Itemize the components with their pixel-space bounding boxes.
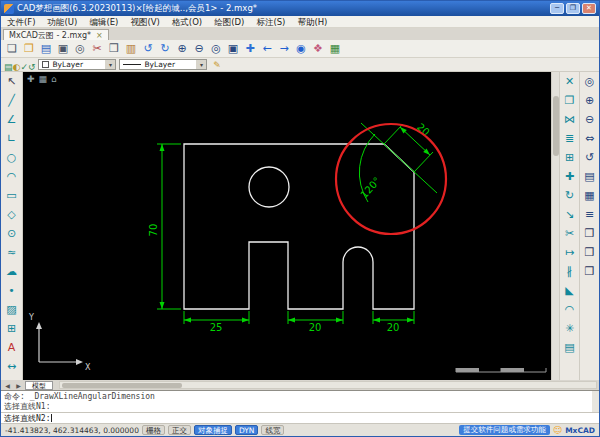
vertical-scrollbar-thumb[interactable] (553, 96, 559, 156)
table-icon[interactable]: ▦ (327, 41, 343, 57)
preview-icon[interactable]: ◎ (72, 41, 88, 57)
menu-dimension[interactable]: 标注(S) (250, 16, 291, 28)
tab-next-icon[interactable]: ▶ (14, 382, 23, 389)
part-outline[interactable] (184, 144, 414, 309)
menu-function[interactable]: 功能(U) (42, 16, 84, 28)
horizontal-scrollbar[interactable] (59, 381, 597, 389)
xline-tool-icon[interactable]: ∠ (2, 110, 21, 129)
save-icon[interactable]: ▤ (38, 41, 54, 57)
ucs-icon[interactable]: ≡ (580, 205, 599, 224)
menu-draw[interactable]: 绘图(D) (208, 16, 250, 28)
horizontal-scrollbar-thumb[interactable] (62, 383, 182, 388)
menu-file[interactable]: 文件(F) (1, 16, 42, 28)
linetype-dropdown[interactable]: ByLayer ▾ (119, 59, 207, 70)
rectangle-tool-icon[interactable]: ▭ (2, 186, 21, 205)
extend-icon[interactable]: ↦ (560, 243, 579, 262)
color-dropdown[interactable]: ByLayer ▾ (38, 59, 116, 70)
back-icon[interactable]: ← (259, 41, 275, 57)
orbit-icon[interactable]: ↺ (580, 148, 599, 167)
explode-icon[interactable]: ✳ (560, 319, 579, 338)
point-tool-icon[interactable]: • (2, 281, 21, 300)
ellipse-tool-icon[interactable]: ⊙ (2, 224, 21, 243)
pan-view-icon[interactable]: ⇔ (580, 129, 599, 148)
zoom-window-icon[interactable]: ▣ (225, 41, 241, 57)
zoom-in-view-icon[interactable]: ⊕ (580, 91, 599, 110)
feedback-button[interactable]: 提交软件问题或需求功能 (459, 425, 550, 435)
rotate-icon[interactable]: ↻ (560, 186, 579, 205)
hatch-tool-icon[interactable]: ▨ (2, 300, 21, 319)
menu-view[interactable]: 视图(V) (124, 16, 165, 28)
line-tool-icon[interactable]: ╱ (2, 91, 21, 110)
fillet-icon[interactable]: ◠ (560, 300, 579, 319)
home-nav-icon[interactable]: ⌂ (51, 74, 57, 84)
close-button[interactable]: ✕ (582, 3, 596, 14)
pointer-tool-icon[interactable]: ↖ (2, 72, 21, 91)
layer-current-icon[interactable]: ✓ (20, 62, 28, 72)
undo-icon[interactable]: ↺ (140, 41, 156, 57)
redraw-icon[interactable]: ◎ (580, 72, 599, 91)
move-icon[interactable]: ✚ (560, 167, 579, 186)
layer-manager-icon[interactable]: ▤ (4, 62, 13, 72)
document-tab[interactable]: MxCAD云图 - 2.mxg* × (3, 29, 109, 40)
ortho-toggle[interactable]: 正交 (168, 425, 191, 435)
menu-edit[interactable]: 编辑(E) (83, 16, 124, 28)
copy-icon[interactable]: ❒ (106, 41, 122, 57)
trim-icon[interactable]: ✂ (560, 224, 579, 243)
polygon-tool-icon[interactable]: ◇ (2, 205, 21, 224)
block-tool-icon[interactable]: ⊞ (2, 319, 21, 338)
minimize-button[interactable]: ─ (550, 3, 564, 14)
forward-icon[interactable]: → (276, 41, 292, 57)
hole-circle[interactable] (249, 167, 289, 207)
grid-toggle[interactable]: 栅格 (142, 425, 165, 435)
copy-obj-icon[interactable]: ❐ (560, 91, 579, 110)
maximize-button[interactable]: ❐ (566, 3, 580, 14)
tab-close-icon[interactable]: × (96, 31, 103, 40)
drawing-canvas[interactable]: 70 20 120° 25 20 20 (23, 72, 551, 380)
spline-tool-icon[interactable]: ≈ (2, 243, 21, 262)
mirror-icon[interactable]: ⋈ (560, 110, 579, 129)
print-icon[interactable]: ▣ (55, 41, 71, 57)
break-icon[interactable]: ∦ (560, 262, 579, 281)
arc-tool-icon[interactable]: ◠ (2, 167, 21, 186)
zoom-out-view-icon[interactable]: ⊖ (580, 110, 599, 129)
named-views-icon[interactable]: ▤ (580, 167, 599, 186)
command-input[interactable]: 选择直线N2: (1, 412, 599, 423)
zoom-in-icon[interactable]: ⊕ (174, 41, 190, 57)
view-cube-sw-icon[interactable]: ❒ (580, 243, 599, 262)
grid-nav-icon[interactable]: ▦ (39, 74, 48, 84)
redo-icon[interactable]: ↻ (157, 41, 173, 57)
scale-icon[interactable]: ↘ (560, 205, 579, 224)
cut-icon[interactable]: ✂ (89, 41, 105, 57)
erase-icon[interactable]: ✕ (560, 72, 579, 91)
command-scrollbar[interactable] (592, 391, 599, 412)
globe-icon[interactable]: ◉ (293, 41, 309, 57)
vertical-scrollbar[interactable] (551, 72, 559, 380)
zoom-out-icon[interactable]: ⊖ (191, 41, 207, 57)
chamfer-icon[interactable]: ◣ (560, 281, 579, 300)
properties-icon[interactable]: ▤ (560, 338, 579, 357)
menu-format[interactable]: 格式(O) (166, 16, 208, 28)
view-cube-se-icon[interactable]: ❒ (580, 224, 599, 243)
dimension-tool-icon[interactable]: ↔ (2, 357, 21, 376)
layer-previous-icon[interactable]: ↺ (28, 62, 36, 72)
tab-prev-icon[interactable]: ◀ (3, 382, 12, 389)
revcloud-tool-icon[interactable]: ☁ (2, 262, 21, 281)
circle-tool-icon[interactable]: ○ (2, 148, 21, 167)
osnap-toggle[interactable]: 对象捕捉 (194, 425, 232, 435)
drawing-canvas-svg[interactable]: 70 20 120° 25 20 20 (23, 72, 551, 380)
paste-icon[interactable]: ▥ (123, 41, 139, 57)
menu-help[interactable]: 帮助(H) (291, 16, 333, 28)
model-tab[interactable]: 模型 (25, 381, 53, 390)
array-icon[interactable]: ⊞ (560, 148, 579, 167)
offset-icon[interactable]: ≣ (560, 129, 579, 148)
palette-icon[interactable]: ❖ (310, 41, 326, 57)
view-cube-top-icon[interactable]: ❒ (580, 262, 599, 281)
lineweight-toggle[interactable]: 线宽 (261, 425, 284, 435)
render-icon[interactable]: ▦ (580, 186, 599, 205)
pencil-icon[interactable]: ✎ (210, 59, 223, 71)
polyline-tool-icon[interactable]: ∟ (2, 129, 21, 148)
dyn-toggle[interactable]: DYN (235, 425, 259, 435)
zoom-extents-icon[interactable]: ◎ (208, 41, 224, 57)
text-tool-icon[interactable]: A (2, 338, 21, 357)
pan-nav-icon[interactable]: ✚ (27, 74, 35, 84)
